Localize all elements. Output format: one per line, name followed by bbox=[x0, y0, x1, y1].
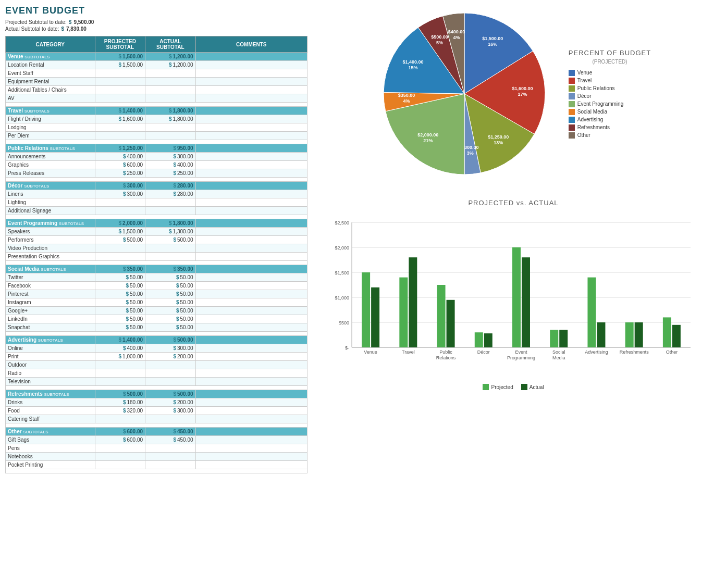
spacer-row bbox=[6, 215, 307, 219]
legend-item: Advertising bbox=[569, 117, 651, 123]
svg-text:$-: $- bbox=[345, 345, 349, 351]
legend-item: Travel bbox=[569, 78, 651, 84]
table-row: Television bbox=[6, 378, 307, 386]
actual-dollar: $ bbox=[61, 26, 64, 32]
table-row: Google+ $50.00 $50.00 bbox=[6, 307, 307, 315]
svg-text:Refreshments: Refreshments bbox=[620, 349, 649, 355]
svg-text:Décor: Décor bbox=[477, 349, 490, 355]
right-panel: $1,500.0016%$1,600.0017%$1,250.0013%$300… bbox=[307, 5, 709, 583]
spacer-row bbox=[6, 332, 307, 336]
table-row: Video Production bbox=[6, 244, 307, 253]
svg-text:16%: 16% bbox=[488, 42, 497, 47]
category-header: Refreshments SUBTOTALS $500.00 $500.00 bbox=[6, 390, 307, 398]
svg-text:$1,500: $1,500 bbox=[335, 270, 349, 276]
table-row: AV bbox=[6, 94, 307, 103]
legend-item: Venue bbox=[569, 70, 651, 76]
svg-text:15%: 15% bbox=[408, 65, 417, 70]
bar-legend-item: Projected bbox=[483, 384, 513, 390]
bar-actual-venue bbox=[371, 287, 379, 347]
pie-chart: $1,500.0016%$1,600.0017%$1,250.0013%$300… bbox=[376, 5, 553, 182]
bar-chart: $-$500$1,000$1,500$2,000$2,500VenueTrave… bbox=[326, 212, 701, 379]
category-header: Public Relations SUBTOTALS $1,250.00 $95… bbox=[6, 144, 307, 153]
table-row: Online $400.00 $300.00 bbox=[6, 344, 307, 353]
svg-text:3%: 3% bbox=[467, 151, 474, 156]
table-row: Graphics $600.00 $400.00 bbox=[6, 161, 307, 169]
spacer-row bbox=[6, 386, 307, 390]
header-projected: PROJECTEDSUBTOTAL bbox=[95, 36, 145, 53]
svg-text:Travel: Travel bbox=[402, 349, 415, 355]
bar-actual-décor bbox=[484, 333, 493, 347]
bar-projected-advertising bbox=[587, 278, 596, 347]
category-header: Décor SUBTOTALS $300.00 $280.00 bbox=[6, 182, 307, 190]
legend-item: Social Media bbox=[569, 109, 651, 115]
bar-projected-travel bbox=[399, 278, 408, 347]
actual-amount: 7,830.00 bbox=[66, 26, 87, 32]
category-header: Advertising SUBTOTALS $1,400.00 $500.00 bbox=[6, 336, 307, 344]
svg-text:Event: Event bbox=[515, 349, 527, 355]
header-comments: COMMENTS bbox=[195, 36, 307, 53]
spacer-row bbox=[6, 178, 307, 182]
spacer-row bbox=[6, 469, 307, 473]
table-row: Announcements $400.00 $300.00 bbox=[6, 153, 307, 161]
bar-chart-title: PROJECTED vs. ACTUAL bbox=[318, 199, 709, 207]
actual-label: Actual Subtotal to date: bbox=[5, 26, 59, 32]
table-row: Catering Staff bbox=[6, 415, 307, 423]
table-row: Outdoor bbox=[6, 361, 307, 369]
svg-text:Advertising: Advertising bbox=[585, 349, 608, 355]
table-row: Press Releases $250.00 $250.00 bbox=[6, 169, 307, 178]
category-header: Travel SUBTOTALS $1,400.00 $1,800.00 bbox=[6, 107, 307, 115]
table-row: LinkedIn $50.00 $50.00 bbox=[6, 315, 307, 323]
table-row: Speakers $1,500.00 $1,300.00 bbox=[6, 228, 307, 236]
table-row: Lodging bbox=[6, 123, 307, 132]
bar-chart-container: PROJECTED vs. ACTUAL $-$500$1,000$1,500$… bbox=[318, 199, 709, 390]
legend-item: Event Programming bbox=[569, 101, 651, 107]
svg-text:Social: Social bbox=[552, 349, 565, 355]
bar-legend-item: Actual bbox=[521, 384, 544, 390]
svg-text:4%: 4% bbox=[453, 35, 460, 40]
svg-text:17%: 17% bbox=[518, 92, 527, 97]
svg-text:Public: Public bbox=[439, 349, 452, 355]
svg-text:$1,500.00: $1,500.00 bbox=[482, 36, 503, 41]
bar-actual-event-programming bbox=[522, 257, 530, 347]
svg-text:4%: 4% bbox=[403, 98, 410, 104]
table-row: Pocket Printing bbox=[6, 461, 307, 469]
svg-text:21%: 21% bbox=[423, 138, 433, 143]
table-row: Notebooks bbox=[6, 453, 307, 461]
svg-text:$500.00: $500.00 bbox=[431, 34, 448, 40]
pie-chart-title: PERCENT OF BUDGET bbox=[569, 49, 651, 57]
bar-legend: ProjectedActual bbox=[318, 384, 709, 390]
bar-actual-refreshments bbox=[635, 322, 643, 347]
bar-actual-advertising bbox=[597, 322, 605, 347]
bar-projected-social-media bbox=[550, 330, 558, 347]
header-category: CATEGORY bbox=[6, 36, 95, 53]
spacer-row bbox=[6, 423, 307, 428]
table-row: Pinterest $50.00 $50.00 bbox=[6, 290, 307, 298]
svg-text:$2,500: $2,500 bbox=[335, 220, 349, 226]
table-row: Equipment Rental bbox=[6, 78, 307, 86]
category-header: Venue SUBTOTALS $1,500.00 $1,200.00 bbox=[6, 53, 307, 61]
bar-projected-event-programming bbox=[512, 247, 521, 347]
table-row: Location Rental $1,500.00 $1,200.00 bbox=[6, 61, 307, 69]
category-header: Other SUBTOTALS $600.00 $450.00 bbox=[6, 428, 307, 436]
legend-item: Décor bbox=[569, 93, 651, 99]
bar-actual-social-media bbox=[559, 330, 568, 347]
table-row: Radio bbox=[6, 369, 307, 378]
table-row: Gift Bags $600.00 $450.00 bbox=[6, 436, 307, 444]
table-row: Lighting bbox=[6, 198, 307, 207]
svg-text:$350.00: $350.00 bbox=[398, 93, 415, 98]
svg-text:$1,250.00: $1,250.00 bbox=[488, 134, 509, 140]
spacer-row bbox=[6, 261, 307, 265]
table-row: Additional Tables / Chairs bbox=[6, 86, 307, 94]
spacer-row bbox=[6, 140, 307, 144]
svg-text:$1,600.00: $1,600.00 bbox=[512, 86, 533, 91]
svg-text:Media: Media bbox=[552, 355, 565, 360]
projected-label: Projected Subtotal to date: bbox=[5, 19, 67, 25]
table-row: Per Diem bbox=[6, 132, 307, 140]
table-row: Instagram $50.00 $50.00 bbox=[6, 298, 307, 307]
table-row: Flight / Driving $1,600.00 $1,800.00 bbox=[6, 115, 307, 123]
table-row: Facebook $50.00 $50.00 bbox=[6, 282, 307, 290]
category-header: Event Programming SUBTOTALS $2,000.00 $1… bbox=[6, 219, 307, 228]
table-row: Performers $500.00 $500.00 bbox=[6, 236, 307, 244]
budget-table: CATEGORY PROJECTEDSUBTOTAL ACTUALSUBTOTA… bbox=[5, 36, 307, 473]
bar-actual-other bbox=[672, 325, 681, 347]
